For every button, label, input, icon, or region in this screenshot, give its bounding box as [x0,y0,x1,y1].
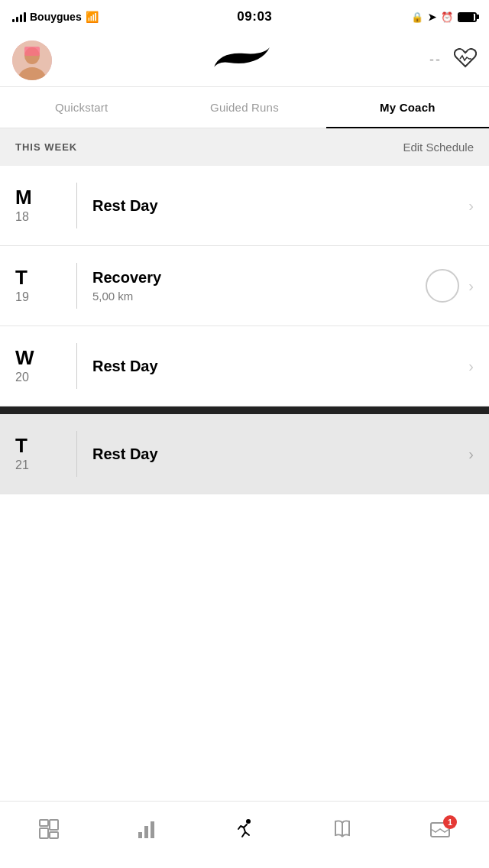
svg-rect-6 [50,820,58,830]
bottom-nav-inbox[interactable]: 1 [429,818,451,840]
heart-icon-svg [454,48,477,70]
day-number-tuesday: 19 [15,290,29,304]
activity-name-tuesday: Recovery [92,269,426,287]
header-dash: -- [429,52,442,68]
running-icon [234,818,255,840]
day-letter-wednesday: W [15,348,34,368]
day-info-tuesday: T 19 [15,267,61,304]
completion-circle-tuesday[interactable] [426,269,459,303]
header-controls: -- [429,48,477,73]
avatar[interactable] [12,40,52,80]
tab-guided-runs[interactable]: Guided Runs [163,87,325,128]
tab-my-coach[interactable]: My Coach [326,87,489,128]
activity-info-wednesday: Rest Day [92,358,468,375]
today-divider [0,406,489,414]
svg-point-11 [246,819,251,824]
activity-detail-tuesday: 5,00 km [92,290,426,303]
svg-rect-4 [40,820,48,826]
location-icon: ➤ [428,11,436,23]
day-separator-thursday [76,431,77,477]
item-right-wednesday: › [468,358,474,375]
day-letter-monday: M [15,187,32,207]
status-right: 🔒 ➤ ⏰ [411,11,477,23]
inbox-badge: 1 [443,815,457,829]
item-right-thursday: › [468,445,474,463]
chevron-right-icon-tuesday: › [468,277,474,295]
day-info-monday: M 18 [15,187,61,224]
wifi-icon: 📶 [86,11,99,23]
status-time: 09:03 [237,9,272,24]
tab-quickstart[interactable]: Quickstart [0,87,163,128]
day-number-monday: 18 [15,210,29,224]
avatar-svg [12,40,52,80]
activity-name-thursday: Rest Day [92,445,468,463]
status-left: Bouygues 📶 [12,11,99,23]
day-number-thursday: 21 [15,458,29,472]
schedule-item-wednesday[interactable]: W 20 Rest Day › [0,326,489,406]
schedule-item-thursday[interactable]: T 21 Rest Day › [0,414,489,494]
day-separator-tuesday [76,263,77,309]
bar-chart-icon [136,818,157,840]
carrier-label: Bouygues [30,11,82,23]
battery-icon [458,12,477,22]
schedule-list: M 18 Rest Day › T 19 Recovery 5,00 km › … [0,166,489,494]
alarm-icon: ⏰ [441,11,453,23]
week-header: THIS WEEK Edit Schedule [0,128,489,166]
activity-name-wednesday: Rest Day [92,358,468,375]
edit-schedule-button[interactable]: Edit Schedule [403,141,474,154]
item-right-monday: › [468,197,474,215]
day-letter-tuesday: T [15,267,28,287]
bottom-nav-journal[interactable] [332,818,353,840]
bottom-nav-stats[interactable] [136,818,157,840]
schedule-item-tuesday[interactable]: T 19 Recovery 5,00 km › [0,246,489,326]
week-label: THIS WEEK [15,141,77,153]
svg-rect-8 [138,832,142,838]
lock-icon: 🔒 [411,11,423,23]
chevron-right-icon-thursday: › [468,445,474,463]
activity-name-monday: Rest Day [92,197,468,215]
nav-tabs: Quickstart Guided Runs My Coach [0,87,489,128]
dashboard-icon [38,818,60,840]
day-separator-wednesday [76,343,77,389]
signal-bars-icon [12,11,26,22]
day-separator [76,183,77,228]
activity-info-monday: Rest Day [92,197,468,215]
bottom-nav: 1 [0,801,489,868]
chevron-right-icon-wednesday: › [468,358,474,375]
activity-info-thursday: Rest Day [92,445,468,463]
day-info-wednesday: W 20 [15,348,61,384]
swoosh-svg [210,46,271,72]
schedule-item-monday[interactable]: M 18 Rest Day › [0,166,489,246]
bottom-nav-run[interactable] [234,818,255,840]
item-right-tuesday: › [426,269,474,303]
app-header: -- [0,34,489,87]
day-number-wednesday: 20 [15,371,29,384]
status-bar: Bouygues 📶 09:03 🔒 ➤ ⏰ [0,0,489,34]
svg-rect-5 [40,828,48,838]
activity-info-tuesday: Recovery 5,00 km [92,269,426,303]
svg-rect-3 [24,47,40,56]
day-info-thursday: T 21 [15,436,61,472]
day-letter-thursday: T [15,436,28,455]
avatar-image [12,40,52,80]
svg-rect-7 [50,832,58,838]
svg-rect-9 [144,826,148,838]
svg-rect-10 [151,821,154,838]
bottom-nav-dashboard[interactable] [38,818,60,840]
chevron-right-icon-monday: › [468,197,474,215]
nike-logo [210,46,271,75]
heart-rate-icon[interactable] [454,48,477,73]
book-icon [332,818,353,840]
